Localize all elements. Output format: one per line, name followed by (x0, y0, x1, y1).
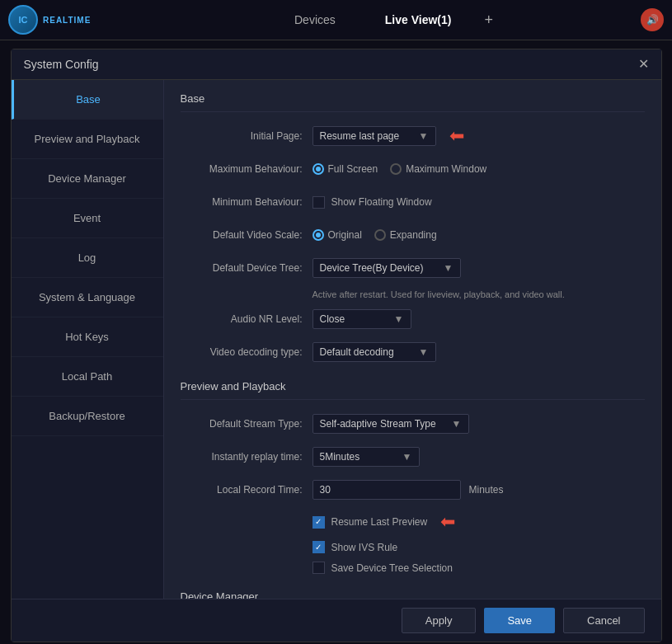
preview-section: Preview and Playback Default Stream Type… (181, 380, 645, 574)
base-section-title: Base (181, 92, 645, 112)
video-decoding-arrow: ▼ (419, 346, 429, 358)
show-floating-checkbox[interactable]: Show Floating Window (313, 196, 432, 209)
show-ivs-label: Show IVS Rule (331, 542, 398, 553)
device-tree-select[interactable]: Device Tree(By Device) ▼ (313, 258, 461, 278)
save-device-tree-row: Save Device Tree Selection (313, 562, 645, 574)
sidebar-item-device-manager[interactable]: Device Manager (12, 159, 163, 199)
sidebar-item-preview[interactable]: Preview and Playback (12, 120, 163, 159)
sidebar: Base Preview and Playback Device Manager… (12, 80, 164, 599)
max-window-radio[interactable]: Maximum Window (390, 163, 486, 175)
sidebar-item-local-path[interactable]: Local Path (12, 357, 163, 397)
apply-button[interactable]: Apply (402, 608, 477, 633)
video-decoding-row: Video decoding type: Default decoding ▼ (181, 341, 645, 364)
top-right: 🔊 (614, 8, 664, 31)
max-window-label: Maximum Window (406, 163, 486, 175)
max-behaviour-label: Maximum Behaviour: (181, 163, 313, 175)
stream-type-arrow: ▼ (452, 418, 462, 430)
top-tabs: Devices Live View(1) + (157, 8, 614, 31)
expanding-radio[interactable]: Expanding (374, 229, 437, 241)
audio-nr-arrow: ▼ (394, 313, 404, 325)
initial-page-select[interactable]: Resume last page ▼ (313, 126, 436, 146)
max-behaviour-row: Maximum Behaviour: Full Screen Maximum W… (181, 157, 645, 181)
audio-nr-label: Audio NR Level: (181, 313, 313, 325)
replay-time-select[interactable]: 5Minutes ▼ (313, 447, 420, 467)
stream-type-select[interactable]: Self-adaptive Stream Type ▼ (313, 414, 469, 434)
resume-preview-row: ✓ Resume Last Preview ⬅ (313, 511, 645, 533)
replay-time-label: Instantly replay time: (181, 451, 313, 463)
save-device-tree-cb-box (313, 562, 325, 574)
sidebar-item-base[interactable]: Base (12, 80, 163, 120)
local-record-controls: Minutes (313, 480, 645, 500)
audio-nr-controls: Close ▼ (313, 309, 645, 329)
resume-preview-label: Resume Last Preview (331, 516, 428, 528)
min-behaviour-row: Minimum Behaviour: Show Floating Window (181, 190, 645, 214)
logo-text: REALTIME (43, 16, 91, 25)
preview-section-title: Preview and Playback (181, 380, 645, 400)
dialog-overlay: System Config ✕ Base Preview and Playbac… (0, 40, 672, 644)
video-decoding-label: Video decoding type: (181, 346, 313, 358)
max-fullscreen-radio[interactable]: Full Screen (313, 163, 378, 175)
save-button[interactable]: Save (484, 608, 555, 633)
resume-preview-checkbox[interactable]: ✓ Resume Last Preview ⬅ (313, 511, 645, 533)
save-device-tree-checkbox[interactable]: Save Device Tree Selection (313, 562, 645, 574)
expanding-label: Expanding (390, 229, 437, 241)
system-config-dialog: System Config ✕ Base Preview and Playbac… (11, 49, 662, 642)
stream-type-label: Default Stream Type: (181, 418, 313, 430)
sidebar-item-event[interactable]: Event (12, 199, 163, 238)
show-floating-label: Show Floating Window (331, 196, 432, 208)
initial-page-label: Initial Page: (181, 130, 313, 142)
sidebar-item-log[interactable]: Log (12, 238, 163, 278)
original-radio[interactable]: Original (313, 229, 362, 241)
sidebar-item-system-language[interactable]: System & Language (12, 278, 163, 317)
min-behaviour-label: Minimum Behaviour: (181, 196, 313, 208)
max-fullscreen-label: Full Screen (328, 163, 378, 175)
replay-time-controls: 5Minutes ▼ (313, 447, 645, 467)
max-behaviour-controls: Full Screen Maximum Window (313, 163, 645, 175)
logo-icon: IC (8, 5, 38, 35)
device-tree-controls: Device Tree(By Device) ▼ (313, 258, 645, 278)
tab-liveview[interactable]: Live View(1) (369, 8, 468, 31)
sidebar-item-backup[interactable]: Backup/Restore (12, 397, 163, 436)
base-section: Base Initial Page: Resume last page ▼ ⬅ (181, 92, 645, 364)
device-manager-section-title: Device Manager (181, 590, 645, 599)
local-record-label: Local Record Time: (181, 484, 313, 496)
show-ivs-cb-box: ✓ (313, 541, 325, 553)
max-window-radio-dot (390, 163, 402, 175)
replay-time-arrow: ▼ (402, 451, 412, 463)
video-decoding-controls: Default decoding ▼ (313, 342, 645, 362)
replay-time-row: Instantly replay time: 5Minutes ▼ (181, 445, 645, 468)
video-scale-row: Default Video Scale: Original Expanding (181, 223, 645, 247)
initial-page-annotation-arrow: ⬅ (449, 125, 464, 147)
cancel-button[interactable]: Cancel (563, 608, 644, 633)
volume-button[interactable]: 🔊 (641, 8, 664, 31)
audio-nr-select[interactable]: Close ▼ (313, 309, 411, 329)
original-label: Original (328, 229, 362, 241)
dialog-title: System Config (24, 58, 99, 71)
video-decoding-select[interactable]: Default decoding ▼ (313, 342, 436, 362)
add-tab-button[interactable]: + (484, 12, 493, 29)
stream-type-controls: Self-adaptive Stream Type ▼ (313, 414, 645, 434)
dialog-body: Base Preview and Playback Device Manager… (12, 80, 661, 599)
dialog-footer: Apply Save Cancel (12, 599, 661, 642)
resume-preview-cb-box: ✓ (313, 516, 325, 529)
sidebar-item-hotkeys[interactable]: Hot Keys (12, 317, 163, 357)
local-record-suffix: Minutes (469, 484, 504, 496)
stream-type-row: Default Stream Type: Self-adaptive Strea… (181, 412, 645, 435)
top-bar: IC REALTIME Devices Live View(1) + 🔊 (0, 0, 672, 40)
initial-page-controls: Resume last page ▼ ⬅ (313, 125, 645, 147)
device-tree-row: Default Device Tree: Device Tree(By Devi… (181, 256, 645, 280)
show-ivs-row: ✓ Show IVS Rule (313, 541, 645, 553)
close-button[interactable]: ✕ (638, 58, 649, 71)
device-manager-section: Device Manager Show device channel numbe… (181, 590, 645, 599)
dialog-header: System Config ✕ (12, 49, 661, 80)
video-scale-label: Default Video Scale: (181, 229, 313, 241)
min-behaviour-controls: Show Floating Window (313, 196, 645, 209)
expanding-radio-dot (374, 229, 386, 241)
show-ivs-checkbox[interactable]: ✓ Show IVS Rule (313, 541, 645, 553)
max-fullscreen-radio-dot (313, 163, 324, 175)
device-tree-info: Active after restart. Used for liveview,… (313, 289, 645, 299)
local-record-input[interactable] (313, 480, 461, 500)
video-scale-controls: Original Expanding (313, 229, 645, 241)
tab-devices[interactable]: Devices (278, 8, 352, 31)
logo-area: IC REALTIME (8, 5, 157, 35)
